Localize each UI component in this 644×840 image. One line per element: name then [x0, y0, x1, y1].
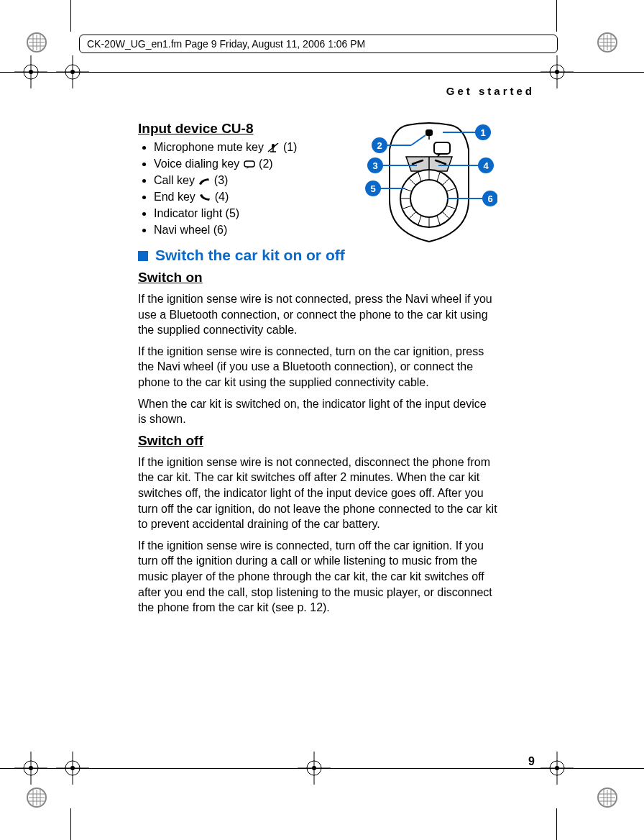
- svg-point-55: [555, 766, 559, 770]
- callout-num: 1: [480, 127, 485, 138]
- svg-point-39: [555, 70, 559, 74]
- key-label: Microphone mute key: [154, 141, 264, 153]
- page-content: Input device CU-8 Microphone mute key (1…: [138, 115, 497, 621]
- svg-rect-61: [426, 129, 433, 136]
- voice-icon: [243, 160, 256, 170]
- svg-point-47: [70, 766, 75, 770]
- list-item: Microphone mute key (1): [154, 141, 355, 154]
- callout-num: 2: [377, 140, 382, 151]
- regmark-top-right: [597, 32, 618, 53]
- regmark-top-left: [26, 32, 47, 53]
- body-text: If the ignition sense wire is connected,…: [138, 538, 497, 616]
- key-suffix: (2): [259, 158, 273, 170]
- body-text: When the car kit is switched on, the ind…: [138, 396, 497, 427]
- crop-line-left-bottom: [70, 808, 71, 840]
- body-text: If the ignition sense wire is not connec…: [138, 455, 497, 532]
- crossmark-right: [540, 55, 574, 88]
- svg-point-31: [29, 70, 33, 74]
- list-item: Voice dialing key (2): [154, 158, 355, 170]
- list-item: Call key (3): [154, 174, 355, 187]
- mute-icon: [267, 143, 280, 153]
- callout-num: 5: [370, 183, 375, 194]
- key-label: Voice dialing key: [154, 158, 239, 170]
- key-suffix: (1): [283, 141, 298, 153]
- key-label: End key: [154, 191, 196, 203]
- crop-line-right-bottom: [556, 808, 557, 840]
- key-suffix: (3): [214, 174, 229, 186]
- regmark-bottom-left: [26, 787, 47, 808]
- crossmark-left2: [56, 55, 89, 88]
- key-label: Navi wheel (6): [154, 224, 227, 236]
- crossmark-bottom-center: [298, 752, 331, 785]
- page-number: 9: [528, 755, 535, 768]
- body-text: If the ignition sense wire is connected,…: [138, 344, 497, 391]
- key-label: Call key: [154, 174, 195, 186]
- device-diagram: 1 2 3 4 5 6: [361, 121, 497, 250]
- svg-point-43: [29, 766, 33, 770]
- regmark-bottom-right: [597, 787, 618, 808]
- switch-on-heading: Switch on: [138, 270, 497, 286]
- call-icon: [198, 176, 211, 186]
- key-label: Indicator light (5): [154, 207, 239, 219]
- switch-off-heading: Switch off: [138, 433, 497, 449]
- section-title: Switch the car kit on or off: [155, 247, 345, 263]
- key-list: Microphone mute key (1) Voice dialing ke…: [138, 141, 355, 237]
- crossmark-left: [14, 55, 47, 88]
- crossmark-bottom-left: [14, 752, 47, 785]
- running-head: Get started: [446, 85, 535, 97]
- list-item: Indicator light (5): [154, 207, 355, 220]
- callout-num: 6: [487, 193, 492, 204]
- crop-line-left-top: [70, 0, 71, 32]
- square-bullet-icon: [138, 251, 148, 261]
- callout-num: 3: [372, 160, 377, 171]
- svg-point-51: [312, 766, 316, 770]
- file-info-header: CK-20W_UG_en1.fm Page 9 Friday, August 1…: [79, 35, 558, 53]
- key-suffix: (4): [215, 191, 229, 203]
- crossmark-bottom-right: [540, 752, 574, 785]
- svg-point-35: [70, 70, 75, 74]
- crop-line-right-top: [556, 0, 557, 32]
- list-item: Navi wheel (6): [154, 224, 355, 237]
- end-icon: [198, 193, 211, 203]
- callout-num: 4: [483, 160, 489, 171]
- body-text: If the ignition sense wire is not connec…: [138, 291, 497, 338]
- list-item: End key (4): [154, 191, 355, 204]
- svg-rect-60: [244, 161, 254, 167]
- crossmark-bottom-left2: [56, 752, 89, 785]
